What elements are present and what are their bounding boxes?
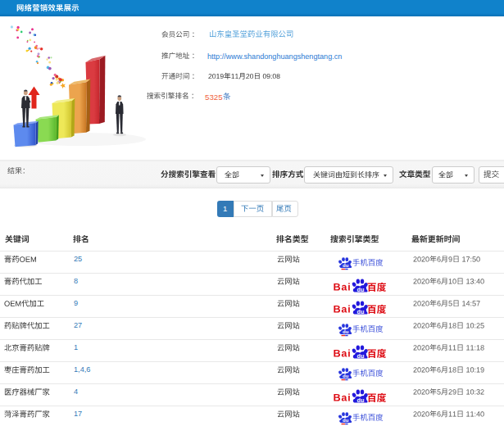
svg-text:du: du [356,308,364,315]
svg-text:du: du [343,329,349,334]
svg-text:du: du [356,397,364,404]
svg-text:du: du [343,263,349,268]
svg-text:du: du [356,352,364,360]
svg-text:du: du [343,418,349,423]
svg-text:du: du [356,286,364,293]
svg-text:du: du [343,374,349,378]
